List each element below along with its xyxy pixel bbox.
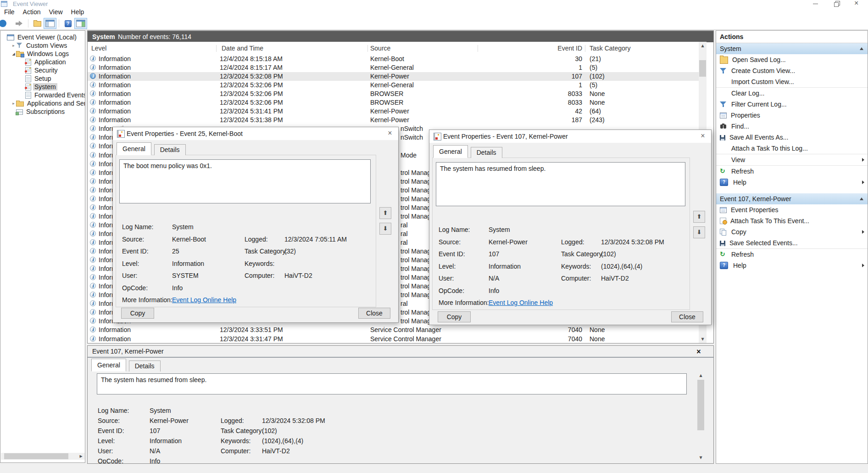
actions-section-event[interactable]: Event 107, Kernel-Power bbox=[716, 193, 868, 204]
table-row[interactable]: Information 12/3/2024 3:31:47 PM Service… bbox=[88, 335, 699, 343]
copy-button[interactable]: Copy bbox=[438, 311, 471, 322]
table-row[interactable]: Information 12/3/2024 5:32:06 PM BROWSER… bbox=[88, 98, 699, 107]
next-event-button[interactable]: ⬇ bbox=[693, 226, 705, 238]
collapse-icon[interactable] bbox=[860, 47, 863, 50]
column-separator[interactable] bbox=[585, 45, 585, 52]
copy-icon bbox=[720, 229, 727, 235]
close-icon[interactable]: × bbox=[385, 128, 395, 138]
maximize-icon[interactable] bbox=[826, 0, 847, 7]
menu-item[interactable]: File bbox=[0, 7, 19, 17]
next-event-button[interactable]: ⬇ bbox=[379, 223, 391, 235]
tab-general[interactable]: General bbox=[91, 359, 126, 372]
table-row[interactable]: Information 12/3/2024 5:32:08 PM Kernel-… bbox=[88, 72, 699, 81]
action-item[interactable]: Copy bbox=[716, 226, 868, 237]
column-separator[interactable] bbox=[216, 45, 217, 52]
tree-item[interactable]: Custom Views bbox=[0, 41, 85, 50]
action-item[interactable]: Help bbox=[716, 177, 868, 188]
toolbar-button[interactable] bbox=[31, 18, 43, 28]
toolbar-button[interactable] bbox=[62, 18, 74, 28]
toolbar-button[interactable] bbox=[13, 18, 25, 28]
action-item[interactable]: Properties bbox=[716, 110, 868, 121]
table-row[interactable]: Information 12/3/2024 5:31:41 PM Kernel-… bbox=[88, 107, 699, 116]
action-item[interactable]: Open Saved Log... bbox=[716, 54, 868, 65]
event-message[interactable]: The system has resumed from sleep. bbox=[97, 373, 687, 394]
close-icon[interactable]: × bbox=[694, 347, 703, 357]
scrollbar-thumb[interactable] bbox=[699, 60, 706, 77]
event-message[interactable]: The system has resumed from sleep. bbox=[436, 162, 685, 206]
tab-details[interactable]: Details bbox=[129, 360, 161, 372]
scroll-up-icon[interactable]: ▲ bbox=[697, 372, 705, 379]
action-item[interactable]: Help bbox=[716, 260, 868, 271]
table-row[interactable]: Information 12/3/2024 5:31:38 PM Kernel-… bbox=[88, 116, 699, 124]
previous-event-button[interactable]: ⬆ bbox=[379, 207, 391, 219]
event-message[interactable]: The boot menu policy was 0x1. bbox=[119, 159, 371, 203]
scroll-down-icon[interactable]: ▼ bbox=[697, 454, 705, 462]
tree-item[interactable]: Security bbox=[0, 66, 85, 74]
column-header-eventid[interactable]: Event ID bbox=[519, 42, 582, 55]
tree-item[interactable]: Applications and Services Lo bbox=[0, 99, 85, 107]
tree-item[interactable]: Setup bbox=[0, 74, 85, 83]
expand-arrow-icon[interactable] bbox=[11, 101, 16, 106]
action-item[interactable]: Save Selected Events... bbox=[716, 237, 868, 248]
action-item[interactable]: Attach Task To This Event... bbox=[716, 215, 868, 226]
preview-vertical-scrollbar[interactable]: ▲ ▼ bbox=[697, 372, 705, 462]
close-button[interactable]: Close bbox=[358, 308, 390, 319]
tree-item[interactable]: Forwarded Events bbox=[0, 91, 85, 99]
action-item[interactable]: View bbox=[716, 154, 868, 165]
table-row[interactable]: Information 12/3/2024 5:32:06 PM Kernel-… bbox=[88, 81, 699, 90]
close-icon[interactable] bbox=[847, 0, 868, 7]
tree-item[interactable]: Event Viewer (Local) bbox=[0, 33, 85, 41]
table-row[interactable]: Information 12/3/2024 3:33:51 PM Service… bbox=[88, 326, 699, 334]
actions-section-system[interactable]: System bbox=[716, 43, 868, 54]
column-header-source[interactable]: Source bbox=[370, 42, 390, 55]
menu-item[interactable]: View bbox=[45, 7, 67, 17]
tab-general[interactable]: General bbox=[433, 145, 468, 158]
filter-icon bbox=[720, 101, 727, 107]
copy-button[interactable]: Copy bbox=[121, 308, 154, 319]
table-row[interactable]: Information 12/4/2024 8:15:17 AM Kernel-… bbox=[88, 63, 699, 72]
tree-item[interactable]: Subscriptions bbox=[0, 107, 85, 116]
action-item[interactable]: Filter Current Log... bbox=[716, 99, 868, 110]
column-header-date[interactable]: Date and Time bbox=[222, 42, 263, 55]
tab-details[interactable]: Details bbox=[154, 144, 186, 155]
table-row[interactable]: Information 12/3/2024 5:32:06 PM BROWSER… bbox=[88, 90, 699, 98]
action-item[interactable]: Save All Events As... bbox=[716, 132, 868, 143]
tree-horizontal-scrollbar[interactable]: ▶ bbox=[1, 453, 85, 460]
tree-item[interactable]: System bbox=[0, 83, 85, 91]
scroll-right-icon[interactable]: ▶ bbox=[78, 453, 84, 460]
scroll-up-icon[interactable]: ▲ bbox=[699, 42, 707, 50]
menu-item[interactable]: Help bbox=[67, 7, 89, 17]
collapse-icon[interactable] bbox=[860, 197, 863, 200]
scrollbar-thumb[interactable] bbox=[697, 380, 704, 430]
toolbar-button[interactable] bbox=[75, 18, 87, 28]
action-item[interactable]: Event Properties bbox=[716, 204, 868, 215]
previous-event-button[interactable]: ⬆ bbox=[693, 211, 705, 223]
toolbar-button[interactable] bbox=[44, 18, 56, 28]
menu-item[interactable]: Action bbox=[19, 7, 45, 17]
tree-item[interactable]: Windows Logs bbox=[0, 50, 85, 58]
expand-arrow-icon[interactable] bbox=[11, 43, 16, 48]
action-item[interactable]: Attach a Task To this Log... bbox=[716, 143, 868, 154]
close-icon[interactable]: × bbox=[698, 131, 707, 141]
tree-item[interactable]: Application bbox=[0, 58, 85, 66]
action-item[interactable]: Find... bbox=[716, 121, 868, 132]
submenu-arrow-icon bbox=[862, 264, 864, 267]
tab-details[interactable]: Details bbox=[471, 147, 502, 158]
toolbar-button[interactable] bbox=[0, 18, 12, 28]
minimize-icon[interactable] bbox=[805, 0, 826, 7]
action-item[interactable]: Clear Log... bbox=[716, 87, 868, 99]
expand-arrow-icon[interactable] bbox=[11, 51, 16, 56]
action-item[interactable]: Refresh bbox=[716, 165, 868, 177]
action-item[interactable]: Create Custom View... bbox=[716, 65, 868, 76]
column-header-level[interactable]: Level bbox=[91, 42, 106, 55]
column-separator[interactable] bbox=[478, 45, 478, 52]
scrollbar-thumb[interactable] bbox=[4, 453, 68, 459]
column-header-taskcategory[interactable]: Task Category bbox=[590, 42, 630, 55]
action-item[interactable]: Import Custom View... bbox=[716, 76, 868, 87]
action-item[interactable]: Refresh bbox=[716, 248, 868, 260]
column-separator[interactable] bbox=[367, 45, 368, 52]
close-button[interactable]: Close bbox=[671, 311, 703, 322]
scroll-down-icon[interactable]: ▼ bbox=[699, 335, 707, 343]
tab-general[interactable]: General bbox=[117, 142, 151, 155]
table-row[interactable]: Information 12/4/2024 8:15:18 AM Kernel-… bbox=[88, 55, 699, 63]
